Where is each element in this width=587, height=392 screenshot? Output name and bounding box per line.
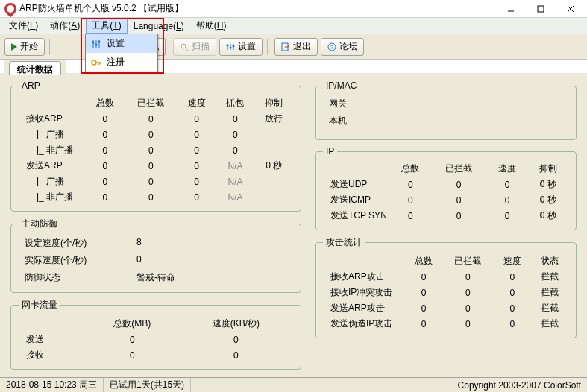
- row-label: 本机: [329, 115, 411, 127]
- row-label: |_ 广播: [19, 127, 86, 142]
- dropdown-register-label: 注册: [107, 56, 125, 69]
- defense-group: 主动防御 设定速度(个/秒)8实际速度(个/秒)0防御状态警戒-待命: [10, 218, 301, 293]
- cell: 0: [405, 269, 442, 285]
- table-row: 发送伪造IP攻击000拦截: [323, 316, 568, 332]
- row-label: 发送ARP: [19, 158, 86, 174]
- menu-tools[interactable]: 工具(T): [86, 18, 127, 34]
- cell: 0: [442, 285, 494, 300]
- attack-legend: 攻击统计: [323, 236, 365, 249]
- col-head: 总数: [86, 95, 125, 111]
- svg-point-9: [227, 44, 229, 46]
- cell: 0: [442, 316, 494, 332]
- col-head: 抓包: [216, 95, 255, 111]
- row-label: 接收: [19, 347, 86, 363]
- cell: 0 秒: [527, 192, 568, 208]
- col-head: 总数: [405, 253, 442, 269]
- cell: 拦截: [531, 316, 568, 332]
- row-label: 实际速度(个/秒): [25, 254, 107, 267]
- toolbar-divider: [166, 39, 169, 55]
- cell: 0: [86, 111, 125, 127]
- cell: 0: [405, 300, 442, 316]
- svg-point-4: [181, 44, 186, 48]
- nic-group: 网卡流量 总数(MB)速度(KB/秒)发送00接收00: [10, 299, 301, 370]
- status-datetime: 2018-08-15 10:23 周三: [0, 378, 104, 392]
- cell: 0: [216, 111, 255, 127]
- defense-legend: 主动防御: [19, 218, 60, 230]
- cell: 0: [178, 127, 216, 142]
- svg-text:?: ?: [330, 44, 334, 51]
- row-label: |_ 非广播: [19, 142, 86, 158]
- row-label: 发送: [19, 332, 86, 347]
- start-button[interactable]: 开始: [4, 38, 45, 56]
- cell: 0: [125, 111, 178, 127]
- play-icon: [11, 43, 17, 51]
- table-row: 接收ARP攻击000拦截: [323, 269, 568, 285]
- menu-language[interactable]: Language(L): [128, 19, 190, 33]
- cell: 0: [86, 347, 179, 363]
- menu-action[interactable]: 动作(A): [44, 18, 86, 34]
- cell: 0: [431, 177, 487, 192]
- table-row: 接收00: [19, 347, 293, 363]
- col-head: 已拦截: [431, 161, 487, 177]
- cell: 0: [487, 192, 528, 208]
- cell: 0 秒: [527, 177, 568, 192]
- row-label: 网关: [329, 98, 411, 110]
- window-title: ARP防火墙单机个人版 v5.0.2 【试用版】: [19, 2, 496, 15]
- row-label: 发送ICMP: [323, 192, 390, 208]
- titlebar: ARP防火墙单机个人版 v5.0.2 【试用版】: [0, 0, 587, 18]
- cell: 0: [405, 316, 442, 332]
- cell: [254, 174, 293, 189]
- menu-file[interactable]: 文件(F): [3, 18, 44, 34]
- tabstrip: 统计数据: [4, 60, 66, 75]
- table-row: 发送00: [19, 332, 293, 347]
- settings-icon: [90, 38, 102, 50]
- cell: 拦截: [531, 300, 568, 316]
- ipmac-legend: IP/MAC: [323, 80, 360, 91]
- row-label: 接收ARP: [19, 111, 86, 127]
- cell: 0: [178, 189, 216, 205]
- svg-point-11: [233, 45, 235, 47]
- cell: 0: [125, 174, 178, 189]
- col-head: 速度: [494, 253, 531, 269]
- cell: 0: [442, 269, 494, 285]
- svg-line-5: [186, 48, 188, 51]
- exit-icon: [281, 42, 290, 51]
- cell: 0: [125, 127, 178, 142]
- attack-group: 攻击统计 总数已拦截速度状态接收ARP攻击000拦截接收IP冲突攻击000拦截发…: [315, 236, 577, 338]
- cell: 0: [216, 142, 255, 158]
- toolbar-divider: [267, 39, 270, 55]
- cell: 0: [405, 285, 442, 300]
- cell: 0: [125, 142, 178, 158]
- row-label: 发送UDP: [323, 177, 390, 192]
- cell: 0: [86, 142, 125, 158]
- table-row: |_ 广播0000: [19, 127, 293, 142]
- svg-point-21: [92, 60, 96, 65]
- cell: 0: [431, 208, 487, 224]
- cell: 0: [390, 177, 431, 192]
- svg-point-19: [95, 43, 98, 45]
- minimize-button[interactable]: [496, 0, 526, 18]
- row-label: 接收ARP攻击: [323, 269, 405, 285]
- tab-stats[interactable]: 统计数据: [9, 61, 61, 75]
- exit-button[interactable]: 退出: [274, 38, 318, 56]
- cell: 放行: [254, 111, 293, 127]
- row-label: 设定速度(个/秒): [25, 237, 107, 250]
- cell: 拦截: [531, 269, 568, 285]
- menu-help[interactable]: 帮助(H): [190, 18, 233, 34]
- maximize-button[interactable]: [526, 0, 556, 18]
- col-head: 速度: [487, 161, 528, 177]
- svg-rect-1: [538, 6, 544, 12]
- forum-button[interactable]: ?论坛: [321, 38, 364, 56]
- row-label: |_ 广播: [19, 174, 86, 189]
- col-head: 已拦截: [125, 95, 178, 111]
- settings-button[interactable]: 设置: [219, 38, 263, 56]
- table-row: 发送ARP攻击000拦截: [323, 300, 568, 316]
- col-head: 速度: [178, 95, 216, 111]
- cell: 0: [86, 158, 125, 174]
- cell: N/A: [216, 189, 255, 205]
- scan-button[interactable]: 扫描: [173, 38, 216, 56]
- close-button[interactable]: [556, 0, 586, 18]
- menubar: 文件(F) 动作(A) 工具(T) Language(L) 帮助(H): [0, 18, 587, 34]
- dropdown-settings[interactable]: 设置: [86, 34, 157, 53]
- dropdown-register[interactable]: 注册: [86, 53, 157, 72]
